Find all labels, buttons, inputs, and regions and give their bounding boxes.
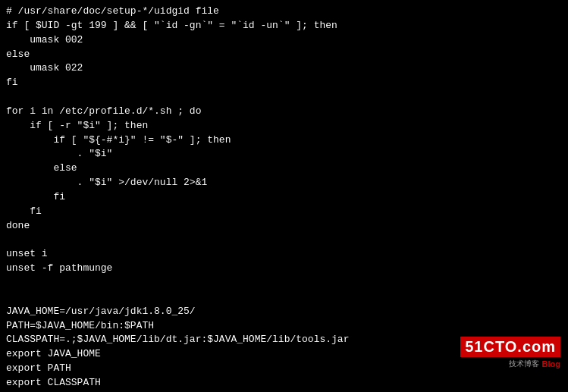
line-unset1: unset i bbox=[6, 248, 48, 259]
watermark-blog-label: Blog bbox=[542, 359, 560, 368]
line-fi3: fi bbox=[6, 205, 42, 217]
line-umask1: umask 002 bbox=[6, 34, 83, 45]
line-export-class: export CLASSPATH bbox=[6, 377, 101, 388]
watermark-subtitle-text: 技术博客 bbox=[509, 359, 539, 369]
line-classpath: CLASSPATH=.;$JAVA_HOME/lib/dt.jar:$JAVA_… bbox=[6, 334, 349, 345]
line-umask2: umask 022 bbox=[6, 62, 83, 74]
line-comment: # /usr/share/doc/setup-*/uidgid file bbox=[6, 5, 219, 17]
line-unset2: unset -f pathmunge bbox=[6, 262, 112, 274]
line-fi1: fi bbox=[6, 77, 18, 88]
terminal-window: # /usr/share/doc/setup-*/uidgid file if … bbox=[0, 0, 568, 392]
line-for: for i in /etc/profile.d/*.sh ; do bbox=[6, 105, 201, 117]
line-export-java: export JAVA_HOME bbox=[6, 348, 101, 359]
line-else: else bbox=[6, 49, 30, 60]
line-if: if [ $UID -gt 199 ] && [ "`id -gn`" = "`… bbox=[6, 20, 337, 31]
line-done: done bbox=[6, 220, 30, 231]
line-source1: . "$i" bbox=[6, 148, 112, 159]
watermark: 51CTO.com 技术博客 Blog bbox=[460, 337, 560, 369]
line-export-path: export PATH bbox=[6, 362, 71, 374]
line-fi2: fi bbox=[6, 191, 65, 202]
line-if2: if [ -r "$i" ]; then bbox=[6, 120, 148, 131]
line-source2: . "$i" >/dev/null 2>&1 bbox=[6, 177, 207, 188]
line-if3: if [ "${-#*i}" != "$-" ]; then bbox=[6, 134, 231, 146]
line-path: PATH=$JAVA_HOME/bin:$PATH bbox=[6, 320, 154, 331]
line-else2: else bbox=[6, 162, 77, 174]
terminal-content: # /usr/share/doc/setup-*/uidgid file if … bbox=[6, 5, 562, 392]
watermark-subtitle: 技术博客 Blog bbox=[460, 359, 560, 369]
watermark-logo: 51CTO.com bbox=[460, 337, 560, 357]
line-java-home: JAVA_HOME=/usr/java/jdk1.8.0_25/ bbox=[6, 306, 196, 317]
